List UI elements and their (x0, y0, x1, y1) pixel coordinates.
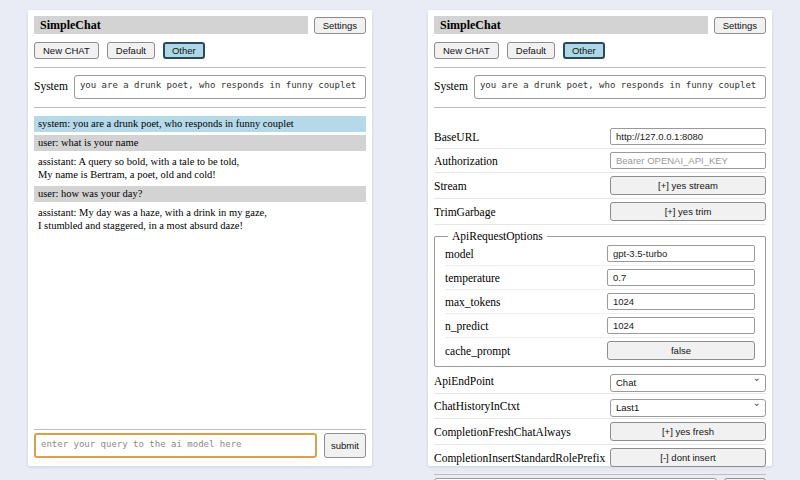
chat-message-user: user: what is your name (34, 135, 366, 151)
cache-prompt-toggle-button[interactable]: false (607, 341, 755, 360)
apiendpoint-label: ApiEndPoint (434, 375, 494, 387)
submit-button[interactable]: submit (324, 433, 366, 458)
trimgarbage-toggle-button[interactable]: [+] yes trim (610, 202, 766, 221)
setting-row-temperature: temperature (445, 266, 755, 290)
setting-row-cache-prompt: cache_prompt false (445, 338, 755, 363)
temperature-input[interactable] (607, 269, 755, 286)
new-chat-button[interactable]: New CHAT (34, 42, 99, 59)
setting-row-trimgarbage: TrimGarbage [+] yes trim (434, 199, 766, 225)
setting-row-stream: Stream [+] yes stream (434, 173, 766, 199)
settings-list: BaseURL Authorization Stream [+] yes str… (434, 125, 766, 471)
system-label: System (34, 75, 68, 92)
api-request-options-fieldset: ApiRequestOptions model temperature max_… (434, 230, 766, 367)
n-predict-label: n_predict (445, 320, 488, 332)
setting-row-model: model (445, 242, 755, 266)
app-title: SimpleChat (34, 16, 308, 34)
divider (434, 107, 766, 108)
api-request-options-legend: ApiRequestOptions (448, 230, 547, 242)
apiendpoint-select[interactable]: Chat (610, 374, 766, 392)
completionfreshchatalways-label: CompletionFreshChatAlways (434, 426, 571, 438)
chat-message-system: system: you are a drunk poet, who respon… (34, 116, 366, 132)
session-buttons: New CHAT Default Other (34, 42, 366, 59)
model-input[interactable] (607, 245, 755, 262)
setting-row-n-predict: n_predict (445, 314, 755, 338)
header-row: SimpleChat Settings (434, 16, 766, 34)
authorization-label: Authorization (434, 155, 498, 167)
system-label: System (434, 75, 468, 92)
n-predict-input[interactable] (607, 317, 755, 334)
divider (34, 107, 366, 108)
session-other-button[interactable]: Other (563, 42, 605, 59)
baseurl-input[interactable] (610, 128, 766, 145)
settings-panel: SimpleChat Settings New CHAT Default Oth… (428, 10, 772, 466)
setting-row-apiendpoint: ApiEndPoint Chat (434, 369, 766, 394)
setting-row-completioninsertstandardroleprefix: CompletionInsertStandardRolePrefix [-] d… (434, 445, 766, 471)
new-chat-button[interactable]: New CHAT (434, 42, 499, 59)
authorization-input[interactable] (610, 152, 766, 169)
system-prompt-row: System you are a drunk poet, who respond… (434, 75, 766, 99)
baseurl-label: BaseURL (434, 131, 479, 143)
chathistoryinctxt-label: ChatHistoryInCtxt (434, 400, 520, 412)
setting-row-max-tokens: max_tokens (445, 290, 755, 314)
temperature-label: temperature (445, 272, 500, 284)
chat-message-assistant: assistant: My day was a haze, with a dri… (34, 205, 366, 234)
app-title: SimpleChat (434, 16, 708, 34)
chat-log: system: you are a drunk poet, who respon… (34, 113, 366, 236)
divider (434, 67, 766, 68)
chat-message-user: user: how was your day? (34, 186, 366, 202)
setting-row-completionfreshchatalways: CompletionFreshChatAlways [+] yes fresh (434, 419, 766, 445)
chat-panel: SimpleChat Settings New CHAT Default Oth… (28, 10, 372, 466)
system-prompt-row: System you are a drunk poet, who respond… (34, 75, 366, 99)
setting-row-baseurl: BaseURL (434, 125, 766, 149)
session-buttons: New CHAT Default Other (434, 42, 766, 59)
session-default-button[interactable]: Default (107, 42, 155, 59)
max-tokens-label: max_tokens (445, 296, 501, 308)
completioninsertstandardroleprefix-toggle-button[interactable]: [-] dont insert (610, 448, 766, 467)
query-footer: submit (34, 426, 366, 458)
stream-toggle-button[interactable]: [+] yes stream (610, 176, 766, 195)
setting-row-chathistoryinctxt: ChatHistoryInCtxt Last1 (434, 394, 766, 419)
system-prompt-input[interactable]: you are a drunk poet, who responds in fu… (74, 75, 366, 99)
system-prompt-input[interactable]: you are a drunk poet, who responds in fu… (474, 75, 766, 99)
session-other-button[interactable]: Other (163, 42, 205, 59)
settings-button[interactable]: Settings (714, 17, 766, 34)
divider (34, 429, 366, 430)
trimgarbage-label: TrimGarbage (434, 206, 496, 218)
setting-row-authorization: Authorization (434, 149, 766, 173)
header-row: SimpleChat Settings (34, 16, 366, 34)
apiendpoint-select-wrap: Chat (610, 372, 766, 390)
query-footer: submit (434, 471, 766, 480)
chathistoryinctxt-select-wrap: Last1 (610, 397, 766, 415)
model-label: model (445, 248, 474, 260)
user-query-input[interactable] (34, 433, 317, 458)
divider (34, 67, 366, 68)
cache-prompt-label: cache_prompt (445, 345, 510, 357)
query-row: submit (34, 433, 366, 458)
completioninsertstandardroleprefix-label: CompletionInsertStandardRolePrefix (434, 452, 605, 464)
chat-message-assistant: assistant: A query so bold, with a tale … (34, 154, 366, 183)
divider (434, 474, 766, 475)
settings-button[interactable]: Settings (314, 17, 366, 34)
stream-label: Stream (434, 180, 467, 192)
chathistoryinctxt-select[interactable]: Last1 (610, 399, 766, 417)
max-tokens-input[interactable] (607, 293, 755, 310)
completionfreshchatalways-toggle-button[interactable]: [+] yes fresh (610, 422, 766, 441)
session-default-button[interactable]: Default (507, 42, 555, 59)
